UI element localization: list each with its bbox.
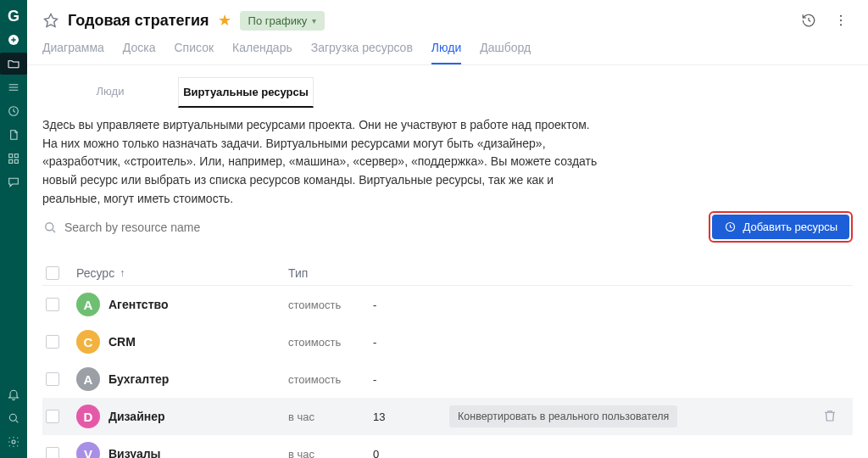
svg-point-9 — [840, 20, 842, 21]
svg-point-10 — [840, 24, 842, 25]
resource-name: Дизайнер — [108, 410, 165, 423]
convert-button[interactable]: Конвертировать в реального пользователя — [449, 405, 677, 427]
resource-name: CRM — [108, 335, 136, 349]
history-icon — [801, 13, 816, 28]
clock-icon — [7, 104, 20, 118]
table-row[interactable]: DДизайнерв час13Конвертировать в реально… — [42, 398, 853, 435]
tab-dashboard[interactable]: Дашборд — [480, 41, 531, 64]
project-header: Годовая стратегия ★ По графику ▾ — [27, 0, 868, 36]
sidebar-settings[interactable] — [0, 431, 27, 453]
sidebar-projects[interactable] — [0, 53, 27, 75]
resource-name: Визуалы — [108, 447, 161, 458]
resource-value: 0 — [373, 448, 449, 458]
app-logo[interactable]: G — [0, 5, 27, 27]
sidebar-doc[interactable] — [0, 124, 27, 146]
row-checkbox[interactable] — [46, 298, 59, 311]
resource-cell: DДизайнер — [76, 405, 288, 428]
resource-value: 13 — [373, 411, 449, 423]
subtab-people[interactable]: Люди — [42, 77, 178, 108]
search-field[interactable] — [42, 215, 700, 240]
row-checkbox[interactable] — [46, 410, 59, 423]
document-icon — [7, 128, 20, 142]
table-row[interactable]: CCRMстоимость- — [42, 323, 853, 360]
sidebar-search[interactable] — [0, 407, 27, 429]
resource-cell: CCRM — [76, 330, 288, 354]
row-checkbox[interactable] — [46, 372, 59, 386]
status-dropdown[interactable]: По графику ▾ — [240, 11, 326, 31]
grid-icon — [7, 152, 20, 165]
row-checkbox[interactable] — [46, 447, 59, 458]
add-resource-button[interactable]: Добавить ресурсы — [712, 215, 849, 239]
left-rail: G — [0, 0, 27, 458]
search-icon — [42, 220, 58, 235]
sidebar-chat[interactable] — [0, 171, 27, 193]
add-resource-label: Добавить ресурсы — [743, 221, 837, 233]
resource-type: в час — [288, 448, 373, 458]
resources-table: Ресурс ↑ Тип ААгентствостоимость-CCRMсто… — [42, 261, 853, 458]
sidebar-grid[interactable] — [0, 148, 27, 170]
star-icon[interactable]: ★ — [218, 11, 231, 30]
col-type-label[interactable]: Тип — [288, 266, 373, 280]
list-icon — [7, 81, 20, 94]
svg-point-6 — [9, 414, 16, 421]
svg-rect-5 — [14, 159, 18, 163]
subtab-virtual-resources[interactable]: Виртуальные ресурсы — [178, 77, 314, 108]
project-icon — [42, 12, 59, 29]
sidebar-add[interactable] — [0, 29, 27, 51]
row-checkbox[interactable] — [46, 335, 59, 349]
tab-workload[interactable]: Загрузка ресурсов — [311, 41, 413, 64]
add-resource-highlight: Добавить ресурсы — [709, 211, 853, 243]
resource-type: стоимость — [288, 299, 373, 311]
more-button[interactable] — [829, 8, 853, 32]
resource-value: - — [373, 373, 449, 386]
history-button[interactable] — [797, 8, 821, 32]
table-row[interactable]: ААгентствостоимость- — [42, 286, 853, 323]
table-header: Ресурс ↑ Тип — [42, 261, 853, 286]
tab-diagram[interactable]: Диаграмма — [42, 41, 104, 64]
plus-circle-icon — [7, 33, 20, 47]
resource-value: - — [373, 336, 449, 349]
kebab-icon — [833, 13, 849, 28]
view-tabs: Диаграмма Доска Список Календарь Загрузк… — [27, 36, 868, 65]
col-resource-label[interactable]: Ресурс — [76, 266, 114, 280]
search-icon — [7, 411, 20, 425]
avatar: D — [76, 405, 100, 428]
resource-value: - — [373, 299, 449, 311]
svg-rect-3 — [14, 154, 18, 158]
avatar: А — [76, 293, 100, 316]
svg-point-11 — [46, 223, 53, 231]
table-row[interactable]: VВизуалыв час0 — [42, 435, 853, 458]
delete-button[interactable] — [822, 412, 837, 426]
resource-cell: АБухгалтер — [76, 367, 288, 391]
resource-cell: VВизуалы — [76, 442, 288, 458]
clock-icon — [724, 221, 737, 233]
gear-icon — [7, 435, 20, 449]
sidebar-notifications[interactable] — [0, 383, 27, 405]
chat-icon — [7, 176, 20, 189]
select-all-checkbox[interactable] — [46, 266, 59, 280]
toolbar: Добавить ресурсы — [27, 208, 868, 243]
people-subtabs: Люди Виртуальные ресурсы — [42, 77, 853, 108]
svg-rect-4 — [9, 159, 13, 163]
tab-calendar[interactable]: Календарь — [232, 41, 292, 64]
search-input[interactable] — [64, 221, 285, 234]
status-label: По графику — [248, 14, 308, 27]
svg-point-7 — [12, 440, 15, 444]
tab-list[interactable]: Список — [174, 41, 214, 64]
bell-icon — [7, 388, 20, 401]
tab-people[interactable]: Люди — [431, 41, 461, 64]
tab-board[interactable]: Доска — [123, 41, 156, 64]
svg-rect-2 — [9, 154, 13, 158]
sidebar-time[interactable] — [0, 100, 27, 122]
avatar: А — [76, 367, 100, 391]
table-row[interactable]: АБухгалтерстоимость- — [42, 360, 853, 398]
svg-point-8 — [840, 15, 842, 17]
folder-icon — [7, 57, 20, 70]
project-title: Годовая стратегия — [68, 12, 209, 30]
sidebar-list[interactable] — [0, 76, 27, 98]
sort-asc-icon[interactable]: ↑ — [120, 267, 125, 279]
chevron-down-icon: ▾ — [312, 16, 316, 25]
avatar: C — [76, 330, 100, 354]
resource-type: стоимость — [288, 336, 373, 349]
resource-cell: ААгентство — [76, 293, 288, 316]
